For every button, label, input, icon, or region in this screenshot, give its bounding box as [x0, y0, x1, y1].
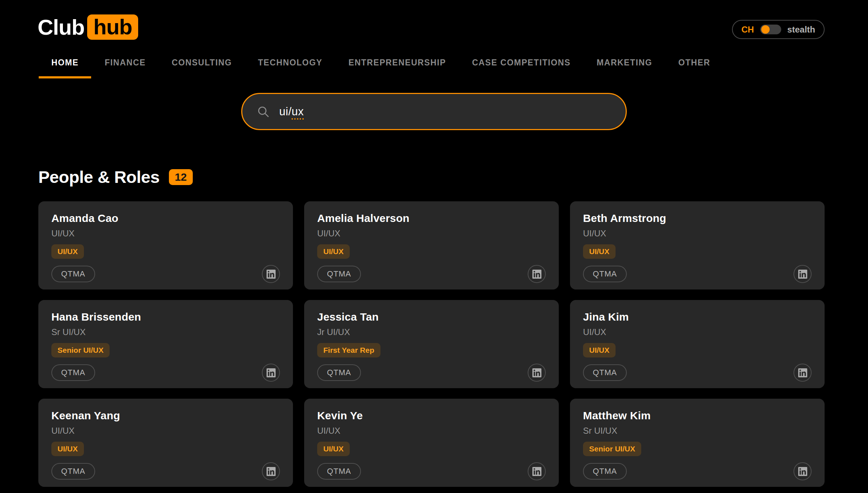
person-name: Matthew Kim	[583, 410, 812, 422]
linkedin-icon	[267, 368, 276, 377]
person-name: Jina Kim	[583, 311, 812, 323]
role-tag-badge: Senior UI/UX	[51, 343, 110, 357]
org-chip[interactable]: QTMA	[51, 463, 95, 480]
org-chip[interactable]: QTMA	[583, 364, 627, 381]
person-name: Amanda Cao	[51, 212, 280, 224]
person-card: Jina Kim UI/UX UI/UX QTMA	[570, 300, 825, 388]
card-footer: QTMA	[51, 364, 280, 382]
person-name: Jessica Tan	[317, 311, 546, 323]
role-tag-badge: UI/UX	[583, 343, 616, 357]
person-name: Kevin Ye	[317, 410, 546, 422]
search-input[interactable]: ui/ux	[241, 93, 627, 130]
linkedin-button[interactable]	[262, 462, 280, 480]
results-count-badge: 12	[169, 169, 192, 185]
person-role: UI/UX	[583, 327, 812, 337]
linkedin-icon	[532, 368, 541, 377]
role-tag-badge: First Year Rep	[317, 343, 380, 357]
people-grid: Amanda Cao UI/UX UI/UX QTMA Amelia Halve…	[38, 201, 825, 487]
person-card: Kevin Ye UI/UX UI/UX QTMA	[304, 399, 559, 487]
role-tag-badge: UI/UX	[317, 244, 350, 259]
toggle-label-ch: CH	[741, 25, 754, 35]
linkedin-button[interactable]	[793, 265, 812, 283]
brand-logo[interactable]: Club hub	[38, 14, 138, 40]
role-tag-badge: UI/UX	[583, 244, 616, 259]
card-footer: QTMA	[583, 462, 812, 480]
search-icon	[257, 105, 270, 118]
linkedin-button[interactable]	[793, 462, 812, 480]
toggle-knob-icon	[761, 25, 770, 34]
org-chip[interactable]: QTMA	[51, 266, 95, 282]
org-chip[interactable]: QTMA	[583, 463, 627, 480]
linkedin-button[interactable]	[793, 364, 812, 382]
role-tag-badge: UI/UX	[51, 244, 84, 259]
linkedin-button[interactable]	[528, 364, 546, 382]
person-role: UI/UX	[317, 228, 546, 239]
page-title: People & Roles	[38, 167, 159, 187]
card-footer: QTMA	[583, 364, 812, 382]
person-card: Amelia Halverson UI/UX UI/UX QTMA	[304, 201, 559, 290]
linkedin-icon	[798, 368, 807, 377]
card-footer: QTMA	[51, 265, 280, 283]
person-name: Amelia Halverson	[317, 212, 546, 224]
person-card: Beth Armstrong UI/UX UI/UX QTMA	[570, 201, 825, 290]
nav-tab-entrepreneurship[interactable]: ENTREPRENEURSHIP	[335, 51, 459, 78]
nav-tab-finance[interactable]: FINANCE	[92, 51, 158, 78]
app-root: Club hub CH stealth HOME FINANCE CONSULT…	[0, 0, 868, 493]
org-chip[interactable]: QTMA	[317, 266, 361, 282]
org-chip[interactable]: QTMA	[317, 364, 361, 381]
person-card: Hana Brissenden Sr UI/UX Senior UI/UX QT…	[38, 300, 293, 388]
org-chip[interactable]: QTMA	[583, 266, 627, 282]
person-role: UI/UX	[583, 228, 812, 239]
stealth-toggle-group: CH stealth	[732, 20, 825, 39]
brand-logo-hub: hub	[87, 14, 138, 40]
linkedin-icon	[267, 270, 276, 279]
nav-tab-technology[interactable]: TECHNOLOGY	[245, 51, 335, 78]
nav-tab-case-competitions[interactable]: CASE COMPETITIONS	[459, 51, 584, 78]
person-card: Matthew Kim Sr UI/UX Senior UI/UX QTMA	[570, 399, 825, 487]
linkedin-icon	[267, 467, 276, 476]
brand-logo-club: Club	[38, 15, 84, 40]
linkedin-button[interactable]	[262, 265, 280, 283]
person-name: Beth Armstrong	[583, 212, 812, 224]
person-name: Keenan Yang	[51, 410, 280, 422]
card-footer: QTMA	[317, 265, 546, 283]
person-role: Sr UI/UX	[583, 426, 812, 436]
card-footer: QTMA	[583, 265, 812, 283]
person-role: Sr UI/UX	[51, 327, 280, 337]
person-role: UI/UX	[317, 426, 546, 436]
nav-tab-home[interactable]: HOME	[38, 51, 92, 78]
linkedin-icon	[532, 467, 541, 476]
role-tag-badge: Senior UI/UX	[583, 442, 641, 456]
role-tag-badge: UI/UX	[317, 442, 350, 456]
person-card: Jessica Tan Jr UI/UX First Year Rep QTMA	[304, 300, 559, 388]
section-header: People & Roles 12	[38, 167, 193, 187]
primary-nav: HOME FINANCE CONSULTING TECHNOLOGY ENTRE…	[38, 51, 846, 78]
person-name: Hana Brissenden	[51, 311, 280, 323]
person-role: UI/UX	[51, 426, 280, 436]
card-footer: QTMA	[317, 364, 546, 382]
linkedin-button[interactable]	[528, 462, 546, 480]
person-card: Amanda Cao UI/UX UI/UX QTMA	[38, 201, 293, 290]
linkedin-icon	[532, 270, 541, 279]
stealth-toggle-switch[interactable]	[760, 25, 781, 34]
org-chip[interactable]: QTMA	[51, 364, 95, 381]
nav-tab-other[interactable]: OTHER	[665, 51, 723, 78]
nav-tab-marketing[interactable]: MARKETING	[584, 51, 665, 78]
card-footer: QTMA	[317, 462, 546, 480]
org-chip[interactable]: QTMA	[317, 463, 361, 480]
search-value: ui/ux	[279, 105, 304, 118]
person-role: UI/UX	[51, 228, 280, 239]
person-role: Jr UI/UX	[317, 327, 546, 337]
linkedin-icon	[798, 467, 807, 476]
role-tag-badge: UI/UX	[51, 442, 84, 456]
search-value-spellcheck: ux	[292, 105, 304, 118]
person-card: Keenan Yang UI/UX UI/UX QTMA	[38, 399, 293, 487]
linkedin-button[interactable]	[528, 265, 546, 283]
toggle-label-stealth: stealth	[787, 25, 815, 35]
linkedin-button[interactable]	[262, 364, 280, 382]
card-footer: QTMA	[51, 462, 280, 480]
linkedin-icon	[798, 270, 807, 279]
nav-tab-consulting[interactable]: CONSULTING	[159, 51, 245, 78]
